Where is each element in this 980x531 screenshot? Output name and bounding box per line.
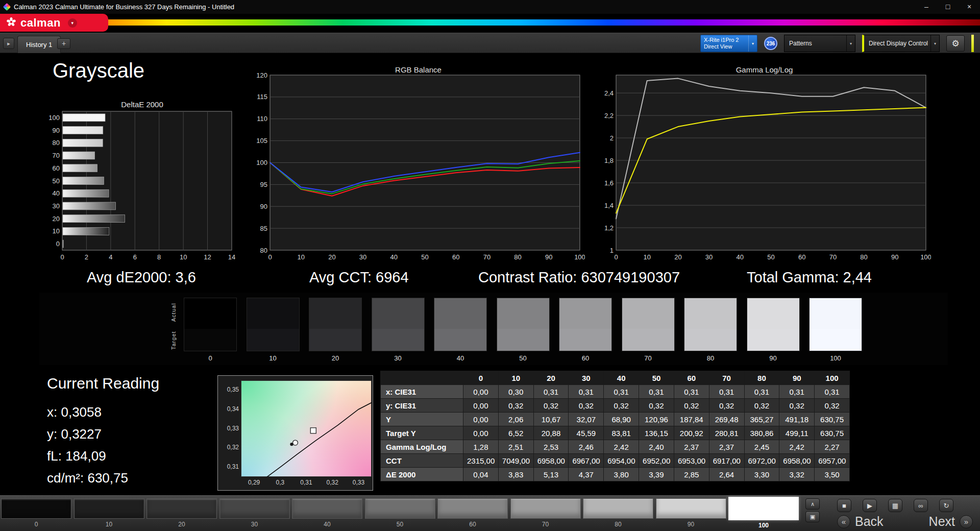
svg-text:1: 1 [610, 247, 614, 254]
pattern-swatch-20[interactable] [146, 498, 217, 519]
table-cell: 20,88 [533, 426, 569, 440]
svg-text:70: 70 [483, 253, 491, 261]
table-cell: 83,81 [604, 426, 639, 440]
row-label: Target Y [381, 426, 463, 440]
swatch-label: 100 [810, 354, 862, 362]
pattern-swatch-label-80: 80 [583, 521, 653, 528]
cie-y-tick: 0,34 [219, 405, 239, 413]
svg-text:1,8: 1,8 [604, 157, 614, 164]
pattern-swatch-60[interactable] [437, 498, 508, 519]
svg-text:1,4: 1,4 [604, 202, 614, 209]
meter-dropdown[interactable]: X-Rite i1Pro 2 Direct View ▾ [700, 35, 757, 52]
pattern-swatch-70[interactable] [510, 498, 581, 519]
table-row: Y0,002,0610,6732,0768,90120,96187,84269,… [381, 413, 850, 426]
reading-y: y: 0,3227 [47, 426, 102, 442]
svg-text:50: 50 [767, 253, 774, 261]
pattern-swatch-100[interactable] [728, 497, 799, 520]
swatch-actual [622, 298, 674, 329]
display-window-button[interactable]: ▣ [805, 511, 820, 522]
settings-gear-button[interactable]: ⚙ [946, 35, 965, 52]
main-content: Grayscale DeltaE 2000 024681012141009080… [0, 53, 980, 495]
svg-text:10: 10 [297, 253, 304, 261]
svg-text:90: 90 [53, 127, 60, 134]
table-cell: 0,32 [674, 399, 709, 413]
grayscale-swatch-100: 100 [809, 298, 862, 351]
link-button[interactable]: ∞ [914, 499, 928, 512]
save-button[interactable]: ▦ [888, 499, 902, 512]
svg-text:0: 0 [60, 253, 64, 261]
swatch-actual [372, 298, 424, 329]
row-label: ΔE 2000 [381, 468, 463, 481]
svg-text:80: 80 [260, 247, 267, 254]
table-cell: 0,31 [674, 385, 709, 399]
meter-label: X-Rite i1Pro 2 Direct View [701, 37, 748, 50]
svg-text:40: 40 [53, 189, 60, 197]
tab-history-1[interactable]: History 1 [17, 36, 61, 53]
table-cell: 120,96 [639, 413, 674, 426]
svg-text:4: 4 [109, 253, 112, 261]
actual-label: Actual [170, 298, 177, 327]
swatch-actual [434, 298, 486, 329]
grayscale-swatch-20: 20 [309, 298, 362, 351]
svg-text:100: 100 [256, 159, 267, 166]
svg-text:2,4: 2,4 [604, 89, 614, 97]
stat-contrast-ratio: Contrast Ratio: 630749190307 [478, 269, 680, 286]
grayscale-swatch-0: 0 [184, 298, 237, 351]
patterns-dropdown[interactable]: Patterns ▾ [784, 35, 855, 52]
stat-avg-cct: Avg CCT: 6964 [309, 269, 409, 286]
next-button[interactable]: Next [929, 514, 955, 529]
pattern-swatch-0[interactable] [1, 498, 71, 519]
pattern-swatch-90[interactable] [656, 498, 726, 519]
svg-text:60: 60 [798, 253, 805, 261]
swatch-target [184, 329, 236, 351]
svg-text:80: 80 [514, 253, 521, 261]
calman-logo-button[interactable]: calman ▾ [0, 14, 108, 32]
deltae-chart-title: DeltaE 2000 [47, 100, 237, 109]
close-button[interactable]: × [959, 0, 980, 14]
pattern-swatch-80[interactable] [583, 498, 653, 519]
back-button[interactable]: Back [855, 514, 884, 529]
pattern-swatch-50[interactable] [365, 498, 435, 519]
pattern-swatch-10[interactable] [74, 498, 144, 519]
table-col-header-10: 10 [498, 371, 533, 385]
pattern-swatch-30[interactable] [219, 498, 290, 519]
table-corner-cell [381, 371, 463, 385]
cie-overlay [241, 380, 372, 477]
swatch-actual [810, 298, 862, 329]
swatch-target [622, 329, 674, 351]
add-tab-button[interactable]: + [57, 38, 70, 49]
table-cell: 200,92 [674, 426, 709, 440]
table-row: ΔE 20000,043,835,134,373,803,392,852,643… [381, 468, 850, 481]
table-cell: 3,80 [604, 468, 639, 481]
svg-text:50: 50 [421, 253, 428, 261]
table-cell: 3,83 [498, 468, 533, 481]
target-label: Target [170, 326, 177, 355]
swatch-target [372, 329, 424, 351]
pattern-swatch-label-70: 70 [510, 521, 581, 528]
stop-button[interactable]: ■ [837, 499, 851, 512]
table-col-header-20: 20 [533, 371, 569, 385]
swatch-label: 70 [622, 354, 674, 362]
pattern-swatch-40[interactable] [292, 498, 362, 519]
back-chevron-button[interactable]: « [837, 515, 850, 528]
swatch-target [434, 329, 486, 351]
history-panel-button[interactable]: ▸ [3, 38, 14, 49]
swatch-label: 40 [434, 354, 486, 362]
minimize-button[interactable]: – [916, 0, 937, 14]
swatch-label: 90 [747, 354, 799, 362]
svg-text:60: 60 [452, 253, 459, 261]
table-cell: 3,50 [815, 468, 850, 481]
display-control-dropdown[interactable]: Direct Display Control ▾ [862, 35, 940, 52]
grayscale-swatch-80: 80 [684, 298, 737, 351]
loop-button[interactable]: ↻ [939, 499, 953, 512]
grayscale-strip: Actual Target 0102030405060708090100 [39, 293, 948, 365]
table-cell: 6917,00 [709, 454, 744, 468]
table-cell: 0,00 [463, 426, 499, 440]
maximize-button[interactable]: □ [937, 0, 959, 14]
play-button[interactable]: ▶ [863, 499, 877, 512]
table-cell: 2,27 [815, 440, 850, 454]
svg-text:0: 0 [268, 253, 272, 261]
next-chevron-button[interactable]: » [960, 515, 973, 528]
toolbar-right: X-Rite i1Pro 2 Direct View ▾ 236 Pattern… [700, 35, 974, 52]
collapse-button[interactable]: ∧ [805, 498, 820, 510]
